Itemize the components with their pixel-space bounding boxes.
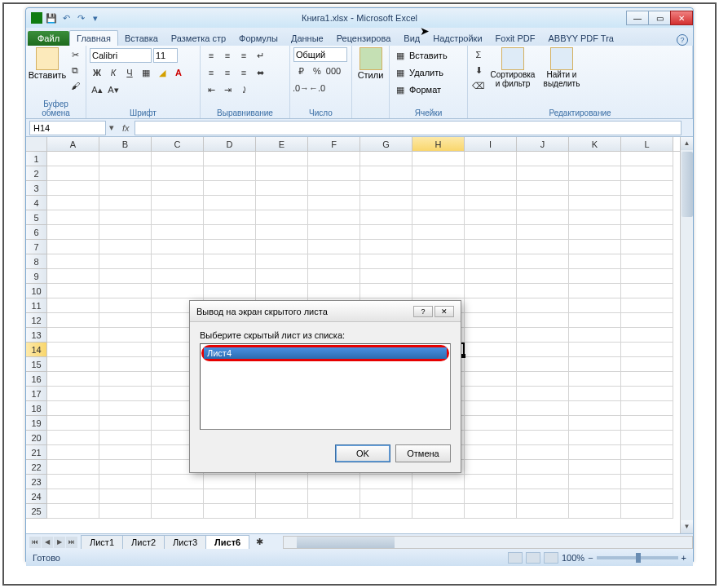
- cell[interactable]: [204, 489, 256, 504]
- align-right-icon[interactable]: ≡: [236, 65, 251, 80]
- cell[interactable]: [152, 489, 204, 504]
- cell[interactable]: [99, 284, 152, 298]
- tab-abbyy[interactable]: ABBYY PDF Tra: [541, 31, 620, 46]
- cell[interactable]: [99, 328, 152, 343]
- cell[interactable]: [412, 240, 465, 254]
- help-icon[interactable]: ?: [677, 34, 688, 46]
- cell[interactable]: [204, 254, 256, 269]
- view-layout-icon[interactable]: [526, 552, 540, 564]
- sheet-tab-2[interactable]: Лист2: [122, 535, 165, 549]
- cell[interactable]: [569, 152, 621, 166]
- cell[interactable]: [99, 475, 152, 489]
- fill-color-icon[interactable]: ◢: [155, 65, 170, 80]
- cell[interactable]: [152, 181, 204, 196]
- cell[interactable]: [569, 416, 621, 431]
- cell[interactable]: [412, 284, 465, 298]
- cell[interactable]: [412, 181, 465, 196]
- inc-decimal-icon[interactable]: .0→: [293, 81, 308, 95]
- cell[interactable]: [152, 196, 204, 210]
- cell[interactable]: [360, 240, 412, 254]
- cell[interactable]: [47, 166, 99, 181]
- cell[interactable]: [47, 298, 99, 313]
- cell[interactable]: [47, 240, 99, 254]
- cell[interactable]: [360, 152, 412, 166]
- cell[interactable]: [465, 284, 517, 298]
- scroll-down-icon[interactable]: ▼: [681, 520, 693, 533]
- cell[interactable]: [308, 152, 360, 166]
- align-center-icon[interactable]: ≡: [220, 65, 235, 80]
- cell[interactable]: [204, 181, 256, 196]
- cell[interactable]: [99, 254, 152, 269]
- cell[interactable]: [47, 431, 99, 445]
- cell[interactable]: [621, 152, 673, 166]
- cell[interactable]: [256, 254, 308, 269]
- cell[interactable]: [517, 152, 569, 166]
- hscroll-thumb[interactable]: [297, 537, 395, 548]
- sheet-tab-6[interactable]: Лист6: [205, 535, 249, 549]
- cell[interactable]: [412, 152, 465, 166]
- italic-button[interactable]: К: [106, 65, 121, 80]
- cell[interactable]: [256, 489, 308, 504]
- cell[interactable]: [621, 372, 673, 387]
- currency-icon[interactable]: ₽: [293, 64, 308, 78]
- cell[interactable]: [517, 269, 569, 284]
- cell[interactable]: [47, 372, 99, 387]
- cell[interactable]: [47, 196, 99, 210]
- cell[interactable]: [308, 210, 360, 225]
- cell[interactable]: [152, 225, 204, 240]
- cell[interactable]: [256, 152, 308, 166]
- save-icon[interactable]: 💾: [46, 12, 57, 24]
- row-header-6[interactable]: 6: [26, 225, 47, 240]
- cell[interactable]: [47, 343, 99, 357]
- row-header-18[interactable]: 18: [26, 401, 47, 416]
- cell[interactable]: [99, 240, 152, 254]
- cell[interactable]: [569, 196, 621, 210]
- number-format-combo[interactable]: Общий: [293, 47, 347, 62]
- qat-more-icon[interactable]: ▾: [90, 12, 101, 24]
- cell[interactable]: [308, 504, 360, 519]
- col-header-F[interactable]: F: [308, 137, 360, 151]
- cell[interactable]: [621, 460, 673, 475]
- cell[interactable]: [204, 152, 256, 166]
- zoom-slider[interactable]: [597, 556, 678, 559]
- tab-insert[interactable]: Вставка: [118, 31, 165, 46]
- cell[interactable]: [152, 152, 204, 166]
- cell[interactable]: [465, 181, 517, 196]
- cell[interactable]: [256, 269, 308, 284]
- cell[interactable]: [152, 210, 204, 225]
- bold-button[interactable]: Ж: [90, 65, 104, 80]
- cell[interactable]: [152, 254, 204, 269]
- cell[interactable]: [256, 475, 308, 489]
- cell[interactable]: [308, 166, 360, 181]
- zoom-out-icon[interactable]: −: [588, 553, 593, 563]
- paste-button[interactable]: Вставить: [29, 47, 65, 80]
- cell[interactable]: [517, 357, 569, 372]
- row-header-8[interactable]: 8: [26, 254, 47, 269]
- cell[interactable]: [517, 284, 569, 298]
- tab-review[interactable]: Рецензирова: [330, 31, 398, 46]
- cell[interactable]: [360, 269, 412, 284]
- cell[interactable]: [360, 475, 412, 489]
- row-header-22[interactable]: 22: [26, 460, 47, 475]
- row-header-23[interactable]: 23: [26, 475, 47, 489]
- align-middle-icon[interactable]: ≡: [220, 48, 235, 63]
- dialog-help-icon[interactable]: ?: [413, 306, 433, 317]
- cell[interactable]: [256, 284, 308, 298]
- cell[interactable]: [517, 210, 569, 225]
- sheet-tab-3[interactable]: Лист3: [164, 535, 206, 549]
- cell[interactable]: [204, 166, 256, 181]
- shrink-font-icon[interactable]: A▾: [106, 82, 121, 97]
- cell[interactable]: [47, 210, 99, 225]
- hidden-sheet-listbox[interactable]: Лист4: [200, 343, 451, 430]
- cell[interactable]: [465, 152, 517, 166]
- cell[interactable]: [621, 166, 673, 181]
- cell[interactable]: [99, 343, 152, 357]
- row-header-13[interactable]: 13: [26, 328, 47, 343]
- cell[interactable]: [47, 225, 99, 240]
- cell[interactable]: [621, 387, 673, 401]
- cell[interactable]: [465, 357, 517, 372]
- row-header-3[interactable]: 3: [26, 181, 47, 196]
- cell[interactable]: [256, 181, 308, 196]
- cell[interactable]: [256, 166, 308, 181]
- row-header-20[interactable]: 20: [26, 431, 47, 445]
